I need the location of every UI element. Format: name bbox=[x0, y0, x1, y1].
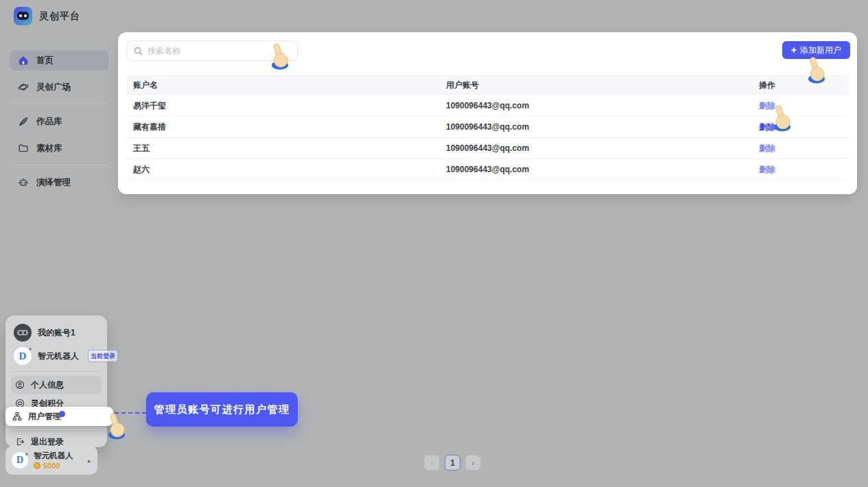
menu-item-label: 个人信息 bbox=[31, 379, 64, 391]
admin-tooltip: 管理员账号可进行用户管理 bbox=[146, 392, 298, 427]
column-header-name: 账户名 bbox=[126, 80, 439, 91]
sidebar-item-home[interactable]: 首页 bbox=[10, 50, 108, 71]
search-box[interactable] bbox=[126, 40, 298, 61]
my-account-label: 我的账号1 bbox=[38, 327, 75, 339]
account-popup: 我的账号1 D 智元机器人 当前登录 个人信息 灵创积分 退出登录 bbox=[5, 316, 107, 447]
brand: 灵创平台 bbox=[14, 7, 80, 25]
person-circle-icon bbox=[15, 380, 25, 390]
menu-item-user-management[interactable]: 用户管理 bbox=[5, 407, 113, 426]
coin-icon bbox=[34, 462, 40, 469]
logout-icon bbox=[15, 437, 25, 447]
table-header: 账户名 用户账号 操作 bbox=[126, 75, 849, 95]
sidebar-item-assets[interactable]: 素材库 bbox=[10, 138, 108, 158]
add-user-button[interactable]: + 添加新用户 bbox=[782, 41, 850, 59]
pagination-prev-button[interactable]: ‹ bbox=[424, 455, 440, 471]
menu-item-label: 用户管理 bbox=[28, 411, 61, 423]
search-icon bbox=[134, 47, 143, 56]
app-logo-robot-icon bbox=[14, 7, 32, 25]
table-row: 藏有嘉措 1090096443@qq.com 删除 bbox=[126, 117, 849, 138]
cell-account: 1090096443@qq.com bbox=[439, 101, 752, 110]
delete-link[interactable]: 删除 bbox=[759, 122, 775, 132]
cell-account: 1090096443@qq.com bbox=[439, 122, 752, 132]
search-input[interactable] bbox=[148, 46, 290, 56]
current-login-badge: 当前登录 bbox=[88, 350, 118, 362]
popup-divider bbox=[12, 371, 100, 372]
cell-name: 藏有嘉措 bbox=[126, 121, 439, 133]
pagination-next-button[interactable]: › bbox=[465, 455, 481, 471]
org-switcher-chip[interactable]: D 智元机器人 5000 ▲ bbox=[5, 446, 97, 475]
sidebar-item-works[interactable]: 作品库 bbox=[10, 111, 108, 132]
plus-icon: + bbox=[791, 45, 797, 55]
pagination-page-1[interactable]: 1 bbox=[445, 455, 460, 471]
sidebar-item-plaza[interactable]: 灵创广场 bbox=[10, 77, 108, 97]
org-name-label: 智元机器人 bbox=[34, 451, 80, 461]
menu-item-profile[interactable]: 个人信息 bbox=[11, 376, 102, 394]
cell-name: 易洋千玺 bbox=[126, 100, 439, 112]
column-header-action: 操作 bbox=[752, 80, 849, 91]
sitemap-icon bbox=[12, 412, 22, 421]
cell-name: 王五 bbox=[126, 143, 439, 154]
app-title: 灵创平台 bbox=[39, 10, 80, 23]
pen-icon bbox=[18, 116, 29, 127]
sidebar-item-label: 演绎管理 bbox=[36, 177, 71, 189]
delete-link[interactable]: 删除 bbox=[759, 143, 775, 153]
column-header-account: 用户账号 bbox=[439, 80, 752, 91]
pagination: ‹ 1 › bbox=[424, 455, 481, 471]
folder-icon bbox=[18, 143, 29, 154]
cell-account: 1090096443@qq.com bbox=[439, 143, 752, 153]
coin-amount: 5000 bbox=[43, 462, 60, 470]
cell-account: 1090096443@qq.com bbox=[439, 165, 752, 174]
sidebar-item-label: 首页 bbox=[36, 55, 54, 67]
delete-link[interactable]: 删除 bbox=[759, 101, 775, 110]
user-management-card: + 添加新用户 账户名 用户账号 操作 易洋千玺 1090096443@qq.c… bbox=[118, 32, 857, 194]
sidebar-item-label: 作品库 bbox=[36, 116, 62, 128]
org-account-row[interactable]: D 智元机器人 当前登录 bbox=[11, 344, 102, 368]
table-row: 王五 1090096443@qq.com 删除 bbox=[126, 138, 849, 159]
delete-link[interactable]: 删除 bbox=[759, 165, 775, 174]
robot-head-icon bbox=[18, 177, 29, 188]
org-logo-icon: D bbox=[14, 347, 32, 365]
sidebar-item-label: 素材库 bbox=[36, 143, 62, 154]
user-avatar bbox=[14, 324, 32, 342]
add-user-label: 添加新用户 bbox=[800, 45, 841, 56]
sidebar-item-label: 灵创广场 bbox=[36, 82, 71, 93]
planet-icon bbox=[18, 82, 29, 93]
sidebar-nav: 首页 灵创广场 作品库 素材库 演绎管理 bbox=[10, 50, 108, 199]
connector-dot bbox=[59, 411, 65, 417]
sidebar-item-performance[interactable]: 演绎管理 bbox=[10, 172, 108, 193]
collapse-caret-icon[interactable]: ▲ bbox=[86, 458, 91, 463]
sidebar-divider bbox=[11, 104, 107, 104]
cell-name: 赵六 bbox=[126, 164, 439, 176]
my-account-row[interactable]: 我的账号1 bbox=[11, 321, 102, 344]
sidebar-divider bbox=[11, 165, 107, 165]
home-icon bbox=[18, 55, 29, 66]
org-logo-icon: D bbox=[12, 452, 28, 468]
table-row: 赵六 1090096443@qq.com 删除 bbox=[126, 159, 849, 180]
table-row: 易洋千玺 1090096443@qq.com 删除 bbox=[126, 95, 849, 117]
org-name-label: 智元机器人 bbox=[38, 351, 79, 362]
